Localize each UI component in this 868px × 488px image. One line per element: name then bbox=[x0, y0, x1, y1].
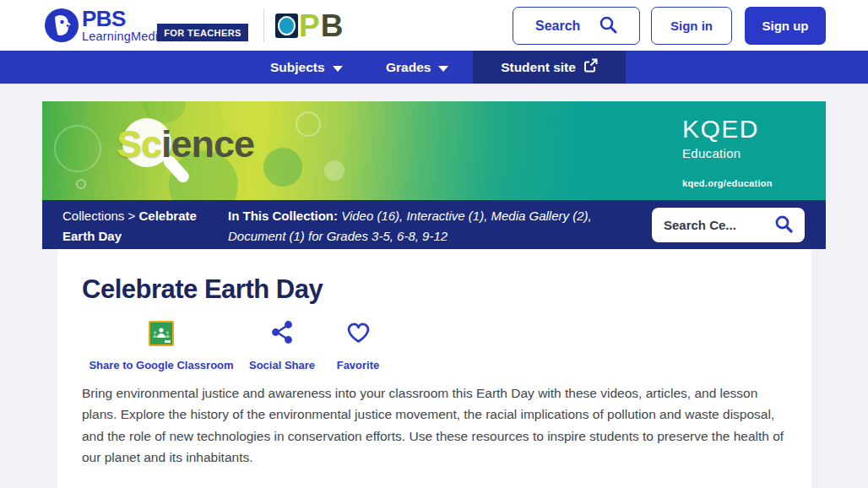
banner-decoration bbox=[263, 148, 302, 187]
social-share-button[interactable]: Social Share bbox=[240, 320, 324, 371]
nav-grades[interactable]: Grades bbox=[386, 51, 448, 84]
chevron-down-icon bbox=[438, 60, 448, 75]
search-button[interactable]: Search bbox=[513, 7, 640, 45]
collection-description: Bring environmental justice and awarenes… bbox=[82, 382, 784, 468]
kqed-education-logo: KQED Education kqed.org/education bbox=[682, 115, 773, 188]
nav-grades-label: Grades bbox=[386, 60, 431, 75]
opb-station-logo[interactable]: P B bbox=[275, 11, 343, 40]
opb-p-letter: P bbox=[299, 14, 320, 38]
page: PBS LearningMedia FOR TEACHERS P B Searc… bbox=[0, 0, 868, 488]
opb-b-letter: B bbox=[321, 14, 344, 38]
nav-subjects-label: Subjects bbox=[270, 60, 325, 75]
breadcrumb-collections-link[interactable]: Collections > bbox=[62, 209, 135, 223]
sign-in-label: Sign in bbox=[670, 19, 713, 33]
in-collection-label: In This Collection: bbox=[228, 209, 338, 223]
search-icon[interactable] bbox=[774, 214, 793, 236]
header-divider bbox=[263, 8, 264, 42]
search-icon bbox=[599, 15, 617, 37]
logo-secondary-text: LearningMedia bbox=[82, 30, 165, 43]
banner-decoration bbox=[296, 111, 321, 137]
google-classroom-icon bbox=[149, 321, 174, 346]
banner-decoration bbox=[324, 160, 344, 181]
kqed-dept: Education bbox=[682, 146, 773, 160]
search-button-label: Search bbox=[535, 19, 580, 34]
collection-content-card: Celebrate Earth Day Share to Googl bbox=[57, 249, 811, 488]
social-share-label: Social Share bbox=[240, 359, 324, 371]
nav-subjects[interactable]: Subjects bbox=[270, 51, 343, 84]
for-teachers-badge: FOR TEACHERS bbox=[157, 24, 248, 41]
in-this-collection-summary: In This Collection: Video (16), Interact… bbox=[228, 206, 606, 247]
share-to-google-classroom-label: Share to Google Classroom bbox=[81, 359, 241, 371]
kqed-name: KQED bbox=[682, 115, 773, 144]
share-to-google-classroom-button[interactable]: Share to Google Classroom bbox=[81, 320, 241, 371]
sign-in-button[interactable]: Sign in bbox=[651, 7, 732, 45]
favorite-label: Favorite bbox=[324, 359, 392, 371]
page-title: Celebrate Earth Day bbox=[82, 274, 323, 305]
pbs-learningmedia-logo[interactable]: PBS LearningMedia bbox=[44, 8, 165, 46]
external-link-icon bbox=[583, 58, 598, 76]
share-icon bbox=[270, 320, 295, 348]
collection-search-input[interactable] bbox=[664, 218, 757, 232]
logo-primary-text: PBS bbox=[82, 8, 165, 30]
collection-info-bar: Collections > Celebrate Earth Day In Thi… bbox=[42, 200, 826, 249]
banner-decoration bbox=[76, 179, 86, 189]
breadcrumb: Collections > Celebrate Earth Day bbox=[62, 206, 216, 247]
favorite-button[interactable]: Favorite bbox=[324, 320, 392, 371]
nav-student-site[interactable]: Student site bbox=[473, 51, 626, 84]
opb-o-icon bbox=[275, 14, 298, 38]
header: PBS LearningMedia FOR TEACHERS P B Searc… bbox=[0, 0, 868, 51]
collection-banner: Science KQED Education kqed.org/educatio… bbox=[42, 101, 826, 200]
kqed-url: kqed.org/education bbox=[682, 178, 773, 188]
sign-up-button[interactable]: Sign up bbox=[745, 7, 826, 45]
chevron-down-icon bbox=[333, 60, 343, 75]
collection-search-box bbox=[652, 208, 805, 242]
banner-subject-title: Science bbox=[117, 122, 254, 166]
pbs-head-icon bbox=[44, 8, 79, 46]
logo-wordmark: PBS LearningMedia bbox=[82, 8, 165, 43]
heart-icon bbox=[345, 320, 372, 348]
nav-student-site-label: Student site bbox=[501, 60, 576, 75]
sign-up-label: Sign up bbox=[762, 19, 809, 33]
main-navigation: Subjects Grades Student site bbox=[0, 51, 868, 84]
